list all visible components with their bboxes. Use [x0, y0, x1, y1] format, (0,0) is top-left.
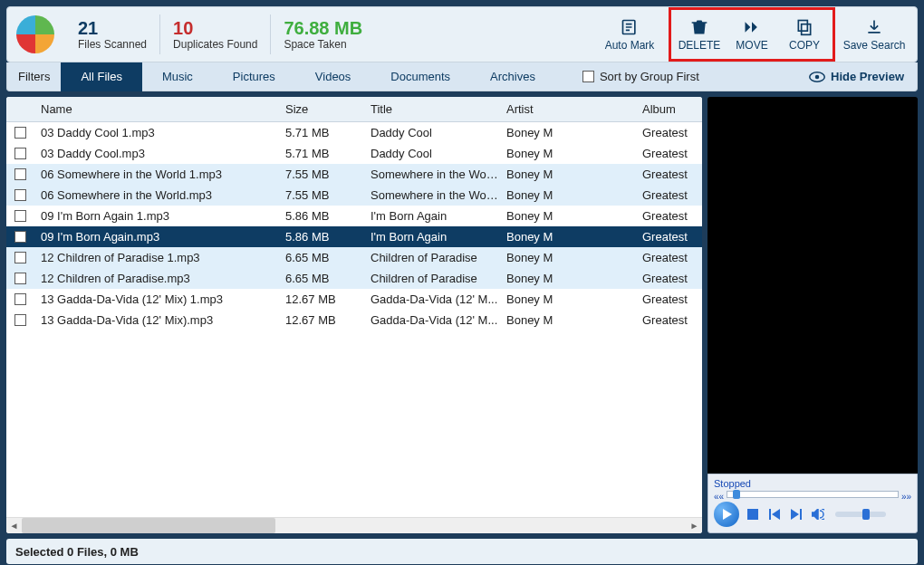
delete-button[interactable]: DELETE — [673, 12, 726, 57]
tab-documents[interactable]: Documents — [371, 62, 470, 91]
stat-space-taken: 76.88 MB Space Taken — [270, 14, 375, 54]
file-list-panel: Name Size Title Artist Album 03 Daddy Co… — [6, 97, 702, 533]
cell-album: Greatest — [635, 251, 702, 264]
table-row[interactable]: 12 Children of Paradise.mp36.65 MBChildr… — [6, 268, 702, 289]
space-label: Space Taken — [284, 38, 362, 51]
row-checkbox[interactable] — [14, 273, 26, 284]
move-button[interactable]: MOVE — [726, 12, 778, 57]
table-row[interactable]: 13 Gadda-Da-Vida (12' Mix).mp312.67 MBGa… — [6, 310, 702, 330]
media-player: Stopped «« »» — [707, 474, 918, 533]
volume-icon[interactable] — [810, 506, 826, 522]
cell-size: 12.67 MB — [278, 313, 363, 327]
volume-knob[interactable] — [862, 509, 870, 520]
table-row[interactable]: 12 Children of Paradise 1.mp36.65 MBChil… — [6, 247, 702, 268]
column-headers: Name Size Title Artist Album — [6, 97, 702, 122]
cell-size: 5.71 MB — [278, 147, 363, 160]
row-checkbox[interactable] — [14, 210, 26, 222]
col-title[interactable]: Title — [363, 102, 499, 116]
hide-preview-button[interactable]: Hide Preview — [809, 70, 917, 83]
cell-name: 12 Children of Paradise.mp3 — [34, 272, 278, 285]
copy-icon — [794, 18, 814, 36]
tab-archives[interactable]: Archives — [470, 62, 555, 91]
cell-artist: Boney M — [499, 272, 635, 285]
hide-preview-label: Hide Preview — [831, 70, 904, 83]
seek-knob[interactable] — [733, 490, 740, 499]
cell-name: 09 I'm Born Again.mp3 — [34, 230, 278, 244]
row-checkbox[interactable] — [14, 314, 26, 326]
table-row[interactable]: 06 Somewhere in the World.mp37.55 MBSome… — [6, 185, 702, 206]
row-checkbox[interactable] — [14, 293, 26, 305]
row-checkbox[interactable] — [14, 168, 26, 180]
cell-album: Greatest — [635, 313, 702, 327]
cell-title: Daddy Cool — [363, 147, 499, 160]
scroll-right-icon[interactable]: ► — [687, 518, 702, 533]
seek-back-icon[interactable]: «« — [714, 492, 724, 502]
cell-title: Gadda-Da-Vida (12' M... — [363, 313, 499, 327]
scroll-left-icon[interactable]: ◄ — [6, 518, 22, 533]
tab-pictures[interactable]: Pictures — [213, 62, 295, 91]
seek-bar[interactable] — [727, 491, 899, 498]
row-checkbox[interactable] — [14, 148, 26, 159]
cell-artist: Boney M — [499, 209, 635, 223]
horizontal-scrollbar[interactable]: ◄ ► — [6, 517, 702, 533]
prev-track-button[interactable] — [766, 506, 783, 522]
cell-size: 7.55 MB — [278, 188, 363, 202]
col-size[interactable]: Size — [278, 102, 363, 116]
col-album[interactable]: Album — [635, 102, 702, 116]
cell-title: Daddy Cool — [363, 126, 499, 139]
row-checkbox[interactable] — [14, 127, 26, 139]
sort-by-group-checkbox[interactable]: Sort by Group First — [582, 70, 699, 83]
cell-album: Greatest — [635, 292, 702, 306]
top-toolbar: 21 Files Scanned 10 Duplicates Found 76.… — [6, 6, 918, 62]
col-artist[interactable]: Artist — [499, 102, 635, 116]
volume-slider[interactable] — [835, 512, 886, 517]
cell-title: Gadda-Da-Vida (12' M... — [363, 292, 499, 306]
download-icon — [864, 18, 884, 36]
row-checkbox[interactable] — [14, 189, 26, 201]
table-row[interactable]: 09 I'm Born Again.mp35.86 MBI'm Born Aga… — [6, 226, 702, 247]
cell-size: 6.65 MB — [278, 272, 363, 285]
cell-artist: Boney M — [499, 251, 635, 264]
auto-mark-label: Auto Mark — [605, 39, 655, 52]
tab-all-files[interactable]: All Files — [61, 62, 142, 91]
stat-duplicates-found: 10 Duplicates Found — [159, 14, 270, 54]
cell-size: 5.86 MB — [278, 230, 363, 244]
preview-panel: Stopped «« »» — [707, 97, 918, 533]
seek-fwd-icon[interactable]: »» — [901, 492, 911, 502]
tab-music[interactable]: Music — [142, 62, 213, 91]
cell-artist: Boney M — [499, 188, 635, 202]
save-search-button[interactable]: Save Search — [841, 12, 908, 57]
table-row[interactable]: 03 Daddy Cool.mp35.71 MBDaddy CoolBoney … — [6, 143, 702, 164]
cell-name: 09 I'm Born Again 1.mp3 — [34, 209, 278, 223]
row-checkbox[interactable] — [14, 252, 26, 263]
auto-mark-button[interactable]: Auto Mark — [596, 12, 663, 57]
duplicates-value: 10 — [173, 18, 257, 38]
table-row[interactable]: 09 I'm Born Again 1.mp35.86 MBI'm Born A… — [6, 206, 702, 226]
next-track-button[interactable] — [788, 506, 804, 522]
play-button[interactable] — [714, 502, 739, 527]
col-name[interactable]: Name — [34, 102, 278, 116]
table-row[interactable]: 06 Somewhere in the World 1.mp37.55 MBSo… — [6, 164, 702, 185]
checkbox-icon — [582, 71, 594, 82]
row-checkbox[interactable] — [14, 231, 26, 243]
filters-label: Filters — [7, 70, 61, 83]
svg-rect-5 — [747, 509, 758, 520]
copy-button[interactable]: COPY — [778, 12, 831, 57]
table-row[interactable]: 13 Gadda-Da-Vida (12' Mix) 1.mp312.67 MB… — [6, 289, 702, 310]
table-row[interactable]: 03 Daddy Cool 1.mp35.71 MBDaddy CoolBone… — [6, 122, 702, 143]
cell-name: 13 Gadda-Da-Vida (12' Mix).mp3 — [34, 313, 278, 327]
cell-artist: Boney M — [499, 313, 635, 327]
status-bar: Selected 0 Files, 0 MB — [6, 539, 918, 564]
sort-by-group-label: Sort by Group First — [600, 70, 699, 83]
stop-button[interactable] — [745, 506, 761, 522]
preview-image-area — [707, 97, 918, 474]
cell-size: 7.55 MB — [278, 168, 363, 181]
player-status: Stopped — [714, 478, 911, 489]
cell-album: Greatest — [635, 188, 702, 202]
main-area: Name Size Title Artist Album 03 Daddy Co… — [6, 97, 918, 533]
save-search-label: Save Search — [843, 39, 906, 52]
scroll-thumb[interactable] — [22, 518, 275, 533]
tab-videos[interactable]: Videos — [295, 62, 371, 91]
cell-size: 6.65 MB — [278, 251, 363, 264]
duplicates-label: Duplicates Found — [173, 38, 257, 51]
